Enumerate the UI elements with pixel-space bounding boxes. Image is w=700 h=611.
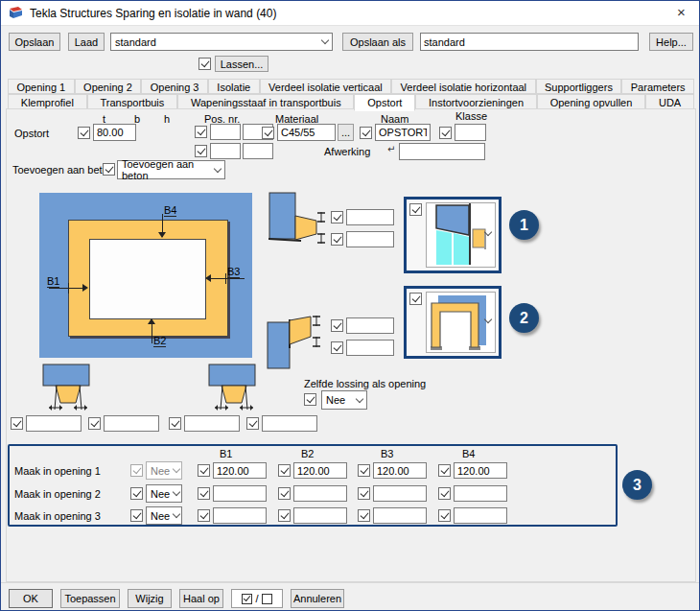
row2-b4-checkbox[interactable] (438, 487, 451, 500)
row3-b1-checkbox[interactable] (198, 509, 210, 522)
tab-isolatie[interactable]: Isolatie (208, 79, 260, 94)
row1-b2-checkbox[interactable] (278, 464, 291, 477)
tab-instortvoorzieningen[interactable]: Instortvoorzieningen (415, 94, 537, 109)
materiaal-checkbox[interactable] (262, 127, 274, 139)
lossing-bottom-checkbox-2[interactable] (331, 341, 343, 354)
tab-verdeel-isolatie-verticaal[interactable]: Verdeel isolatie verticaal (260, 79, 392, 94)
tab-klemprofiel[interactable]: Klemprofiel (8, 94, 87, 109)
tab-opstort[interactable]: Opstort (354, 94, 415, 111)
klasse-checkbox[interactable] (439, 127, 452, 139)
afwerking-input[interactable] (399, 143, 485, 160)
row2-b2-checkbox[interactable] (278, 487, 291, 500)
opslaan-button[interactable]: Opslaan (9, 33, 60, 51)
row2-enable-checkbox[interactable] (130, 487, 143, 500)
row1-b4-input[interactable] (454, 462, 507, 479)
tab-opening-3[interactable]: Opening 3 (141, 79, 208, 94)
lossing-type-top-dropdown[interactable] (404, 197, 502, 273)
row3-b1-input[interactable] (213, 507, 267, 524)
zelfde-lossing-combobox[interactable]: Nee (321, 390, 367, 410)
row1-b1-input[interactable] (213, 462, 267, 479)
pos-nr-prefix2-input[interactable] (210, 143, 241, 159)
help-button[interactable]: Help... (649, 33, 693, 51)
row1-b3-input[interactable] (373, 462, 427, 479)
row2-b1-checkbox[interactable] (198, 487, 210, 500)
laad-button[interactable]: Laad (68, 33, 105, 51)
lossing-bottom-checkbox-1[interactable] (331, 319, 343, 332)
row3-enable-checkbox[interactable] (130, 509, 143, 522)
bottom-g1-input-1[interactable] (26, 415, 82, 432)
bottom-g2-checkbox-1[interactable] (169, 417, 181, 430)
row3-b2-input[interactable] (293, 507, 347, 524)
haal-op-button[interactable]: Haal op (179, 589, 223, 608)
lossing-type-top-checkbox[interactable] (409, 203, 422, 216)
row3-b3-input[interactable] (373, 507, 427, 524)
opstort-t-checkbox[interactable] (78, 127, 90, 139)
lossing-top-checkbox-2[interactable] (331, 233, 343, 246)
row1-combobox[interactable]: Nee (146, 461, 182, 480)
naam-input[interactable] (375, 124, 431, 141)
tab-uda[interactable]: UDA (645, 94, 694, 109)
tab-opening-2[interactable]: Opening 2 (75, 79, 142, 94)
toevoegen-checkbox[interactable] (103, 163, 115, 176)
lossing-bottom-input-2[interactable] (346, 340, 394, 356)
bottom-g1-checkbox-2[interactable] (88, 417, 101, 430)
tab-wapeningsstaaf[interactable]: Wapeningsstaaf in transportbuis (177, 94, 354, 109)
toevoegen-combobox[interactable]: Toevoegen aan beton (117, 160, 225, 179)
row1-b4-checkbox[interactable] (438, 464, 451, 477)
close-icon[interactable]: × (677, 4, 686, 20)
bottom-g2-input-2[interactable] (262, 415, 317, 432)
preset-combobox[interactable]: standard (110, 33, 333, 51)
pos-nr-checkbox-1[interactable] (195, 126, 207, 138)
row3-b2-checkbox[interactable] (278, 509, 291, 522)
tab-opening-opvullen[interactable]: Opening opvullen (537, 94, 645, 109)
pos-nr-prefix-input[interactable] (210, 124, 241, 140)
row3-b3-checkbox[interactable] (358, 509, 370, 522)
lassen-checkbox[interactable] (198, 58, 211, 70)
tab-transportbuis[interactable]: Transportbuis (87, 94, 177, 109)
ok-button[interactable]: OK (9, 589, 53, 608)
lossing-top-checkbox-1[interactable] (331, 211, 343, 223)
lossing-bottom-input-1[interactable] (346, 317, 394, 334)
lossing-top-input-2[interactable] (346, 231, 394, 247)
bottom-g1-input-2[interactable] (104, 415, 159, 432)
row2-combobox[interactable]: Nee (146, 484, 182, 503)
wijzig-button[interactable]: Wijzig (128, 589, 172, 608)
lossing-type-bottom-checkbox[interactable] (409, 293, 422, 305)
toepassen-button[interactable]: Toepassen (60, 589, 120, 608)
pos-nr-start2-input[interactable] (243, 143, 273, 159)
row1-b1-checkbox[interactable] (198, 464, 210, 477)
row3-b4-input[interactable] (454, 507, 507, 524)
toggle-all-checkboxes-button[interactable]: / (231, 589, 283, 608)
annuleren-button[interactable]: Annuleren (291, 589, 344, 608)
tab-verdeel-isolatie-horizontaal[interactable]: Verdeel isolatie horizontaal (391, 79, 535, 94)
row2-b3-checkbox[interactable] (358, 487, 370, 500)
afwerking-switch-icon[interactable]: ↵ (387, 144, 395, 154)
bottom-g2-checkbox-2[interactable] (246, 417, 259, 430)
bottom-g1-checkbox-1[interactable] (11, 417, 23, 430)
row2-b2-input[interactable] (293, 485, 347, 502)
pos-nr-checkbox-2[interactable] (195, 145, 207, 157)
opslaan-als-input[interactable] (420, 33, 639, 51)
tab-supportliggers[interactable]: Supportliggers (536, 79, 622, 94)
tab-opening-1[interactable]: Opening 1 (8, 79, 75, 94)
lossing-type-bottom-dropdown[interactable] (404, 286, 502, 359)
materiaal-input[interactable] (277, 124, 336, 141)
row2-b3-input[interactable] (373, 485, 427, 502)
row3-combobox[interactable]: Nee (146, 506, 182, 525)
tab-parameters[interactable]: Parameters (621, 79, 694, 94)
row2-b4-input[interactable] (454, 485, 507, 502)
bottom-g2-input-1[interactable] (184, 415, 240, 432)
row3-b4-checkbox[interactable] (438, 509, 451, 522)
opstort-t-input[interactable] (93, 124, 136, 141)
naam-checkbox[interactable] (360, 127, 372, 139)
materiaal-browse-button[interactable]: ... (338, 124, 354, 141)
klasse-input[interactable] (455, 124, 486, 141)
opslaan-als-button[interactable]: Opslaan als (342, 33, 413, 51)
lassen-button[interactable]: Lassen... (215, 56, 268, 72)
zelfde-lossing-checkbox[interactable] (304, 393, 316, 406)
row1-b2-input[interactable] (293, 462, 347, 479)
row1-enable-checkbox[interactable] (130, 464, 143, 477)
row2-b1-input[interactable] (213, 485, 267, 502)
lossing-top-input-1[interactable] (346, 209, 394, 225)
row1-b3-checkbox[interactable] (358, 464, 370, 477)
